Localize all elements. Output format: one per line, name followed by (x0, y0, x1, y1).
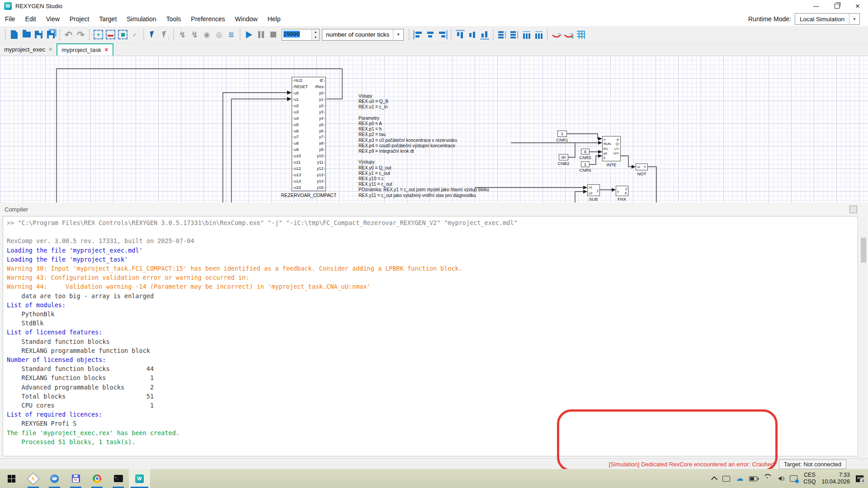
title-bar: W REXYGEN Studio — ✕ (0, 0, 868, 12)
align-top-icon[interactable] (454, 28, 466, 41)
toggle-grid-icon[interactable] (575, 28, 587, 41)
menu-item[interactable]: File (0, 14, 20, 24)
scrollbar-thumb[interactable] (861, 238, 866, 263)
undo-icon[interactable]: ↶ (62, 28, 75, 41)
redo-icon[interactable]: ↷ (75, 28, 87, 41)
tab-close-icon[interactable]: ✕ (104, 47, 108, 53)
spinner-down-icon[interactable]: ▼ (312, 35, 319, 40)
block-fnx[interactable]: u yE (616, 186, 628, 196)
menu-item[interactable]: Tools (161, 14, 186, 24)
taskbar-rexygen-button[interactable]: W (129, 469, 150, 488)
notification-icon[interactable]: 4 (856, 475, 863, 482)
restore-icon (835, 4, 840, 9)
block-output-port: y13 (317, 173, 325, 177)
menu-item[interactable]: Target (94, 14, 122, 24)
zoom-selection-icon[interactable] (117, 28, 129, 41)
close-button[interactable]: ✕ (847, 0, 868, 12)
pause-simulation-icon[interactable] (255, 28, 267, 41)
tray-chevron-up-icon[interactable] (711, 476, 717, 483)
speaker-icon[interactable]: )) (778, 476, 784, 481)
block-inte[interactable]: uRUNR1y0ti yQLYHY (602, 136, 621, 161)
console-line: Warning 43: Configuration validation err… (7, 273, 858, 282)
menu-item[interactable]: Preferences (186, 14, 230, 24)
block-label: INTE (599, 162, 624, 167)
zoom-in-icon[interactable]: + (92, 28, 104, 41)
stop-simulation-icon[interactable] (267, 28, 279, 41)
tab-close-icon[interactable]: ✕ (48, 47, 52, 52)
menu-item[interactable]: Project (65, 14, 94, 24)
select-tool-icon[interactable] (146, 28, 159, 41)
block-not[interactable]: UY (636, 164, 648, 170)
distribute-horizontal-icon[interactable] (520, 28, 533, 41)
restore-button[interactable] (826, 0, 847, 12)
block-cnr5[interactable]: 0 (581, 149, 590, 155)
wifi-icon[interactable] (763, 474, 772, 483)
align-bottom-icon[interactable] (478, 28, 491, 41)
sync-screen-icon[interactable] (790, 475, 797, 482)
onedrive-cloud-icon[interactable]: ☁ (736, 475, 743, 482)
console-scrollbar[interactable] (860, 216, 867, 456)
run-simulation-icon[interactable] (243, 28, 255, 41)
block-cnr1[interactable]: 1 (557, 131, 567, 137)
console-line: Standard function blocks (7, 337, 858, 346)
compiler-console[interactable]: >> "C:\Program Files\REX Controls\REXYGE… (3, 216, 858, 456)
distribute-horizontal-edges-icon[interactable] (533, 28, 545, 41)
menu-bar: FileEditViewProjectTargetSimulationTools… (0, 12, 868, 26)
save-icon[interactable] (33, 28, 45, 41)
taskbar-terminal-button[interactable]: >_ (108, 469, 129, 488)
sim-ticks-value[interactable]: 29999 (283, 31, 300, 38)
block-input-port: u4 (292, 116, 299, 121)
sim-mode-dropdown[interactable]: number of counter ticks ▼ (322, 29, 404, 41)
menu-item[interactable]: View (41, 14, 65, 24)
diagram-canvas[interactable]: HLDRESETu0u1u2u3u4u5u6u7u8u9u10u11u12u13… (0, 56, 868, 202)
reconnect-tool-icon[interactable]: ↯ (189, 28, 201, 41)
reroute-add-icon[interactable]: →+ (562, 28, 575, 41)
align-middle-icon[interactable] (466, 28, 478, 41)
menu-item[interactable]: Edit (20, 14, 41, 24)
distribute-vertical-edges-icon[interactable] (508, 28, 520, 41)
reroute-lines-icon[interactable]: → (550, 28, 562, 41)
align-right-icon[interactable] (436, 28, 448, 41)
block-sub[interactable]: u1u2 y (587, 184, 600, 196)
app-logo-icon: W (4, 2, 12, 10)
align-center-icon[interactable] (424, 28, 436, 41)
tab-myproject-task[interactable]: myproject_task ✕ (57, 43, 113, 56)
watch-icon[interactable]: ◉ (201, 28, 213, 41)
taskbar-chrome-button[interactable] (86, 469, 108, 488)
sim-ticks-spinner[interactable]: 29999 ▲ ▼ (282, 29, 320, 41)
connect-tool-icon[interactable]: ↯ (176, 28, 189, 41)
save-all-icon[interactable] (45, 28, 57, 41)
cast-icon[interactable] (722, 476, 730, 482)
distribute-vertical-icon[interactable] (496, 28, 508, 41)
watch-list-icon[interactable]: ≡ (225, 28, 237, 41)
spinner-up-icon[interactable]: ▲ (312, 29, 319, 35)
block-input-port: u6 (292, 129, 299, 133)
block-cnr6[interactable]: 1 (581, 161, 590, 167)
runtime-mode-select[interactable]: Local Simulation ▼ (795, 13, 860, 25)
block-cnb2[interactable]: on (559, 154, 568, 160)
tab-myproject-exec[interactable]: myproject_exec ✕ (0, 43, 57, 56)
taskbar-clock[interactable]: 7:33 10.04.2026 (821, 472, 850, 485)
taskbar-winamp-button[interactable]: ϟ (23, 469, 44, 488)
annotation-line: REX.p0 = A (359, 121, 489, 127)
menu-item[interactable]: Help (263, 14, 286, 24)
watch-selection-icon[interactable]: ◎ (213, 28, 225, 41)
zoom-out-icon[interactable]: ▬ (104, 28, 117, 41)
minimize-button[interactable]: — (806, 0, 826, 12)
zoom-fit-icon[interactable]: ↕ (129, 28, 141, 41)
battery-icon[interactable] (749, 476, 757, 481)
taskbar-thunderbird-button[interactable] (44, 469, 65, 488)
align-left-icon[interactable] (412, 28, 424, 41)
block-rezervoar-compact[interactable]: HLDRESETu0u1u2u3u4u5u6u7u8u9u10u11u12u13… (292, 77, 326, 191)
drop-tool-icon[interactable]: ↓ (159, 28, 171, 41)
open-project-icon[interactable] (20, 28, 33, 41)
new-file-icon[interactable] (8, 28, 20, 41)
block-label: CNR5 (573, 155, 598, 160)
menu-item[interactable]: Window (230, 14, 263, 24)
taskbar-total-commander-button[interactable] (65, 469, 86, 488)
menu-item[interactable]: Simulation (122, 14, 161, 24)
language-indicator[interactable]: CES CSQ (803, 472, 816, 485)
diagram-annotation[interactable]: VstupyREX.u0 = Q_BREX.u1 = c_in Parametr… (359, 94, 489, 198)
panel-menu-button[interactable] (849, 206, 857, 213)
start-button[interactable] (0, 469, 23, 488)
